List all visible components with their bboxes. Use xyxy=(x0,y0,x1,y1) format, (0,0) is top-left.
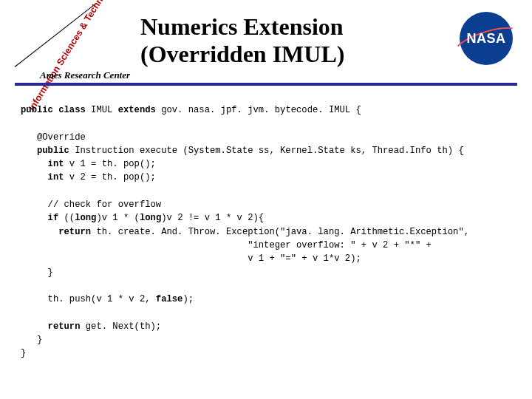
code-text: } xyxy=(21,335,42,345)
kw-return: return xyxy=(21,321,86,332)
code-text: )v 2 != v 1 * v 2){ xyxy=(161,213,264,223)
code-text: "integer overflow: " + v 2 + "*" + xyxy=(21,240,432,250)
code-text: v 2 = th. pop(); xyxy=(69,172,156,183)
kw-int: int xyxy=(21,159,69,169)
code-text: (( xyxy=(64,213,75,223)
kw-public: public xyxy=(21,146,75,156)
code-text: @Override xyxy=(21,132,86,143)
code-block: public class IMUL extends gov. nasa. jpf… xyxy=(21,103,523,361)
kw-if: if xyxy=(21,213,64,223)
code-text: ); xyxy=(183,294,194,304)
title-line-1: Numerics Extension xyxy=(140,13,344,40)
kw-extends: extends xyxy=(118,105,162,115)
kw-public-class: public class xyxy=(21,105,91,115)
kw-long: long xyxy=(75,213,96,223)
nasa-logo: NASA xyxy=(460,12,517,62)
header-rule xyxy=(15,83,517,86)
kw-return: return xyxy=(21,227,96,237)
code-text: } xyxy=(21,267,53,278)
code-text: th. create. And. Throw. Exception("java.… xyxy=(96,227,469,237)
code-text: IMUL xyxy=(91,105,118,115)
badge-divider xyxy=(15,3,97,67)
title-line-2: (Overridden IMUL) xyxy=(140,41,344,67)
code-text: v 1 = th. pop(); xyxy=(69,159,156,169)
slide-header: Information Sciences & Technology Ames R… xyxy=(0,0,532,89)
code-text: Instruction execute (System.State ss, Ke… xyxy=(75,146,464,156)
code-text: get. Next(th); xyxy=(86,321,161,332)
code-text: )v 1 * ( xyxy=(96,213,140,223)
code-text: } xyxy=(21,348,26,358)
kw-int: int xyxy=(21,172,69,183)
code-text: // check for overflow xyxy=(21,200,161,210)
badge-diagonal-text: Information Sciences & Technology xyxy=(27,0,118,112)
nasa-wordmark: NASA xyxy=(466,31,505,47)
code-text: v 1 + "=" + v 1*v 2); xyxy=(21,253,361,264)
kw-long: long xyxy=(140,213,161,223)
slide-title: Numerics Extension (Overridden IMUL) xyxy=(140,13,344,68)
badge-center-text: Ames Research Center xyxy=(40,69,130,81)
code-text: gov. nasa. jpf. jvm. bytecode. IMUL { xyxy=(161,105,361,115)
nasa-circle-icon: NASA xyxy=(460,12,513,65)
ames-badge: Information Sciences & Technology Ames R… xyxy=(7,4,132,86)
code-text: th. push(v 1 * v 2, xyxy=(21,294,156,304)
kw-false: false xyxy=(156,294,183,304)
